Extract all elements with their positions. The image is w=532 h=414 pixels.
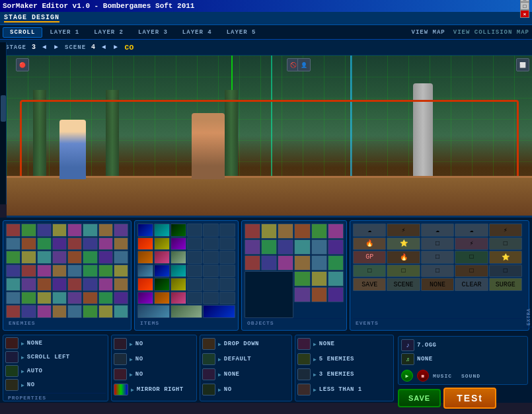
enemy-sprite[interactable] bbox=[114, 292, 128, 305]
tab-layer2[interactable]: LAYER 2 bbox=[87, 27, 131, 38]
enemy-sprite[interactable] bbox=[52, 292, 67, 305]
enemy-sprite[interactable] bbox=[98, 224, 113, 237]
enemy-sprite[interactable] bbox=[83, 292, 97, 305]
enemy-sprite[interactable] bbox=[67, 278, 82, 291]
event-sprite[interactable]: GP bbox=[353, 251, 386, 264]
item-sprite[interactable] bbox=[154, 265, 170, 278]
item-sprite[interactable] bbox=[154, 278, 170, 291]
view-map-button[interactable]: VIEW MAP bbox=[412, 29, 445, 36]
event-sprite[interactable]: □ bbox=[489, 237, 522, 251]
item-sprite[interactable] bbox=[187, 278, 203, 291]
event-sprite[interactable]: ☁ bbox=[455, 224, 488, 237]
event-sprite[interactable]: □ bbox=[421, 265, 454, 278]
prop-arrow-5[interactable]: ▶ bbox=[130, 341, 133, 347]
event-sprite[interactable]: □ bbox=[421, 251, 454, 264]
object-sprite[interactable] bbox=[245, 255, 260, 270]
prop-arrow-6[interactable]: ▶ bbox=[130, 356, 133, 362]
prop-arrow-1[interactable]: ▶ bbox=[21, 341, 24, 347]
event-sprite[interactable]: ⭐ bbox=[489, 251, 522, 264]
item-sprite[interactable] bbox=[137, 237, 153, 251]
enemy-sprite[interactable] bbox=[83, 278, 97, 291]
object-sprite[interactable] bbox=[328, 239, 344, 255]
event-sprite[interactable]: □ bbox=[455, 265, 488, 278]
item-sprite[interactable] bbox=[219, 251, 235, 264]
enemy-sprite[interactable] bbox=[67, 265, 82, 278]
item-sprite[interactable] bbox=[219, 237, 235, 251]
item-sprite[interactable] bbox=[137, 251, 153, 264]
item-sprite[interactable] bbox=[137, 224, 153, 237]
enemy-sprite[interactable] bbox=[52, 237, 67, 251]
tab-layer3[interactable]: LAYER 3 bbox=[131, 27, 175, 38]
close-button[interactable]: × bbox=[520, 10, 529, 18]
item-sprite[interactable] bbox=[187, 265, 203, 278]
prop-arrow-3[interactable]: ▶ bbox=[21, 368, 24, 374]
stage-prev-arrow[interactable]: ◄ bbox=[41, 44, 48, 51]
stop-button[interactable]: ■ bbox=[417, 370, 429, 382]
item-sprite[interactable] bbox=[171, 237, 186, 251]
event-sprite[interactable]: ⭐ bbox=[387, 237, 420, 251]
enemy-sprite[interactable] bbox=[67, 305, 82, 318]
left-scrollbar[interactable] bbox=[0, 42, 7, 204]
enemy-sprite[interactable] bbox=[67, 292, 82, 305]
enemy-sprite[interactable] bbox=[37, 278, 52, 291]
scroll-thumb[interactable] bbox=[1, 95, 6, 122]
enemy-sprite[interactable] bbox=[21, 265, 36, 278]
prop-arrow-8[interactable]: ▶ bbox=[131, 387, 134, 393]
enemy-sprite[interactable] bbox=[98, 251, 113, 264]
enemy-sprite[interactable] bbox=[6, 305, 20, 318]
enemy-sprite[interactable] bbox=[37, 292, 52, 305]
enemy-sprite[interactable] bbox=[21, 224, 36, 237]
event-sprite[interactable]: SURGE bbox=[489, 278, 522, 291]
item-sprite[interactable] bbox=[137, 292, 153, 305]
object-sprite[interactable] bbox=[311, 255, 327, 270]
object-sprite[interactable] bbox=[294, 255, 310, 270]
event-sprite[interactable]: □ bbox=[387, 265, 420, 278]
enemy-sprite[interactable] bbox=[67, 251, 82, 264]
enemy-sprite[interactable] bbox=[21, 237, 36, 251]
item-sprite[interactable] bbox=[219, 224, 235, 237]
item-sprite[interactable] bbox=[154, 292, 170, 305]
item-sprite[interactable] bbox=[171, 251, 186, 264]
event-sprite[interactable]: 🔥 bbox=[387, 251, 420, 264]
object-sprite[interactable] bbox=[278, 224, 293, 239]
enemy-sprite[interactable] bbox=[21, 292, 36, 305]
enemy-sprite[interactable] bbox=[52, 305, 67, 318]
test-button[interactable]: TESt bbox=[443, 388, 496, 409]
object-sprite[interactable] bbox=[328, 271, 344, 286]
item-sprite[interactable] bbox=[171, 305, 203, 318]
event-sprite[interactable]: ⚡ bbox=[387, 224, 420, 237]
event-sprite[interactable]: □ bbox=[421, 237, 454, 251]
object-sprite[interactable] bbox=[278, 239, 293, 255]
prop-arrow-15[interactable]: ▶ bbox=[313, 372, 317, 378]
item-sprite[interactable] bbox=[171, 278, 186, 291]
enemy-sprite[interactable] bbox=[83, 237, 97, 251]
enemy-sprite[interactable] bbox=[37, 305, 52, 318]
prop-arrow-12[interactable]: ▶ bbox=[218, 387, 221, 393]
prop-arrow-9[interactable]: ▶ bbox=[218, 341, 221, 347]
play-button[interactable]: ▶ bbox=[401, 370, 413, 382]
prop-arrow-2[interactable]: ▶ bbox=[21, 354, 24, 360]
event-sprite[interactable]: NONE bbox=[421, 278, 454, 291]
enemy-sprite[interactable] bbox=[37, 265, 52, 278]
item-sprite[interactable] bbox=[154, 237, 170, 251]
object-sprite[interactable] bbox=[328, 224, 344, 239]
enemy-sprite[interactable] bbox=[6, 237, 20, 251]
enemy-sprite[interactable] bbox=[52, 278, 67, 291]
enemy-sprite[interactable] bbox=[114, 224, 128, 237]
enemy-sprite[interactable] bbox=[6, 251, 20, 264]
event-sprite[interactable]: 🔥 bbox=[353, 237, 386, 251]
item-sprite[interactable] bbox=[203, 305, 235, 318]
enemy-sprite[interactable] bbox=[6, 278, 20, 291]
item-sprite[interactable] bbox=[203, 237, 219, 251]
item-sprite[interactable] bbox=[137, 278, 153, 291]
item-sprite[interactable] bbox=[203, 292, 219, 305]
menu-stage-design[interactable]: STAGE DESIGN bbox=[4, 14, 59, 22]
event-sprite[interactable]: ☁ bbox=[421, 224, 454, 237]
view-collision-button[interactable]: VIEW COLLISION MAP bbox=[453, 29, 529, 36]
enemy-sprite[interactable] bbox=[83, 265, 97, 278]
item-sprite[interactable] bbox=[171, 265, 186, 278]
enemy-sprite[interactable] bbox=[52, 265, 67, 278]
enemy-sprite[interactable] bbox=[21, 305, 36, 318]
item-sprite[interactable] bbox=[219, 278, 235, 291]
item-sprite[interactable] bbox=[154, 251, 170, 264]
